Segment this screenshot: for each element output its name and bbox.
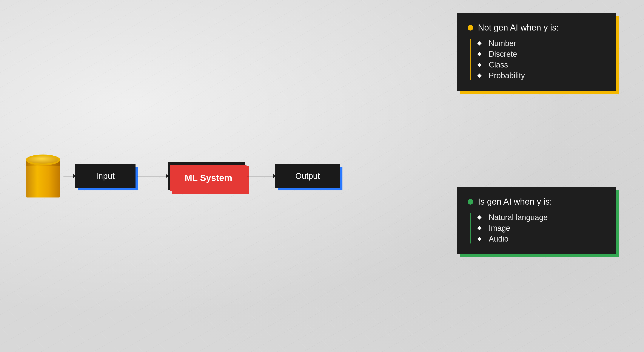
list-item: Discrete <box>478 50 525 59</box>
card-not-gen-title: Not gen AI when y is: <box>478 23 559 32</box>
not-gen-text-col: Number Discrete Class Probability <box>478 39 525 80</box>
db-top-ellipse <box>26 154 60 165</box>
card-not-gen-main: Not gen AI when y is: Number Discrete <box>457 13 616 91</box>
card-is-gen-title: Is gen AI when y is: <box>478 197 552 207</box>
item-text: Discrete <box>489 50 517 59</box>
input-label: Input <box>96 171 115 181</box>
arrow-line <box>137 176 166 176</box>
card-not-gen-items: Number Discrete Class Probability <box>468 39 605 80</box>
card-is-gen-title-row: Is gen AI when y is: <box>468 197 605 207</box>
diamond-icon <box>477 41 482 45</box>
diamond-icon <box>477 52 482 56</box>
list-item: Natural language <box>478 213 548 222</box>
card-is-gen-ai: Is gen AI when y is: Natural language Im… <box>457 187 616 254</box>
is-gen-vline-col <box>468 213 473 244</box>
output-box: Output <box>275 164 340 188</box>
list-item: Image <box>478 224 548 233</box>
card-not-gen-title-row: Not gen AI when y is: <box>468 23 605 32</box>
card-is-gen-items: Natural language Image Audio <box>468 213 605 244</box>
database-icon <box>26 154 60 198</box>
scene: Input ML System Output Not gen AI <box>0 0 644 352</box>
item-text: Natural language <box>489 213 548 222</box>
ml-system-label: ML System <box>185 173 232 183</box>
db-body <box>26 163 60 198</box>
list-item: Class <box>478 60 525 69</box>
item-text: Number <box>489 39 516 48</box>
diamond-icon <box>477 237 482 241</box>
arrow-input-to-ml <box>137 174 169 178</box>
arrow-ml-to-output <box>247 174 276 178</box>
card-not-gen-ai: Not gen AI when y is: Number Discrete <box>457 13 616 91</box>
output-label: Output <box>295 171 320 181</box>
ml-box-inner: ML System <box>170 165 246 191</box>
diamond-icon <box>477 73 482 78</box>
diamond-icon <box>477 63 482 67</box>
is-gen-vline <box>470 213 471 244</box>
list-item: Audio <box>478 234 548 244</box>
diamond-icon <box>477 215 482 220</box>
input-box: Input <box>75 164 136 188</box>
ml-system-box: ML System <box>168 162 245 190</box>
is-gen-text-col: Natural language Image Audio <box>478 213 548 244</box>
card-is-gen-main: Is gen AI when y is: Natural language Im… <box>457 187 616 254</box>
diamond-icon <box>477 226 482 230</box>
item-text: Probability <box>489 71 525 80</box>
list-item: Probability <box>478 71 525 80</box>
item-text: Image <box>489 224 510 233</box>
ml-box-main: ML System <box>168 162 245 190</box>
item-text: Audio <box>489 234 508 244</box>
arrow-db-to-input <box>64 174 76 178</box>
input-box-main: Input <box>75 164 136 188</box>
card-not-gen-dot <box>468 25 473 30</box>
arrow-line <box>64 176 73 176</box>
list-item: Number <box>478 39 525 48</box>
output-box-main: Output <box>275 164 340 188</box>
arrow-line <box>247 176 273 176</box>
card-is-gen-dot <box>468 199 473 205</box>
not-gen-vline <box>470 39 471 80</box>
item-text: Class <box>489 60 508 69</box>
not-gen-vline-col <box>468 39 473 80</box>
